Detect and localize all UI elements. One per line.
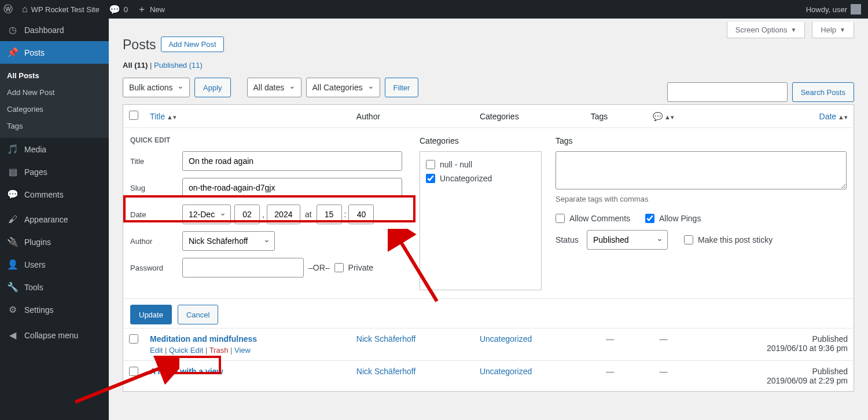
wrench-icon: 🔧: [7, 282, 19, 293]
post-title-link[interactable]: A room with a view: [150, 367, 223, 376]
menu-media[interactable]: 🎵Media: [0, 138, 109, 160]
author-link[interactable]: Nick Schäferhoff: [356, 334, 415, 344]
qe-private-checkbox[interactable]: [334, 263, 344, 272]
qe-title-input[interactable]: [182, 151, 402, 171]
menu-tools[interactable]: 🔧Tools: [0, 276, 109, 298]
add-new-post-button[interactable]: Add New Post: [161, 36, 223, 52]
cancel-button[interactable]: Cancel: [178, 305, 218, 324]
dashboard-icon: ◷: [7, 24, 19, 35]
edit-link[interactable]: Edit: [150, 346, 163, 355]
site-link[interactable]: ⌂WP Rocket Test Site: [22, 4, 100, 14]
submenu-all-posts[interactable]: All Posts: [0, 67, 109, 84]
col-date[interactable]: Date▲▾: [692, 105, 854, 128]
view-published[interactable]: Published (11): [154, 61, 203, 70]
categories-select[interactable]: All Categories: [306, 78, 380, 97]
allow-comments-checkbox[interactable]: [556, 214, 565, 223]
qe-at-label: at: [305, 210, 312, 219]
my-account[interactable]: Howdy, user: [806, 4, 861, 14]
allow-pings-checkbox[interactable]: [645, 214, 654, 223]
menu-plugins[interactable]: 🔌Plugins: [0, 231, 109, 253]
qe-status-label: Status: [556, 235, 582, 244]
row-checkbox[interactable]: [129, 334, 138, 344]
qe-categories-box: null - null Uncategorized: [420, 151, 542, 290]
menu-pages[interactable]: ▤Pages: [0, 160, 109, 183]
search-input[interactable]: [667, 82, 788, 102]
category-link[interactable]: Uncategorized: [480, 367, 532, 376]
menu-comments[interactable]: 💬Comments: [0, 183, 109, 206]
comment-count: 0: [124, 5, 128, 14]
qe-tags-header: Tags: [556, 136, 847, 145]
menu-dashboard[interactable]: ◷Dashboard: [0, 19, 109, 41]
comments-cell: —: [635, 328, 692, 361]
update-button[interactable]: Update: [130, 305, 172, 324]
table-row: A room with a view Nick Schäferhoff Unca…: [123, 361, 854, 392]
page-title: Posts: [123, 22, 156, 53]
qe-author-select[interactable]: Nick Schäferhoff: [182, 231, 275, 251]
howdy-text: Howdy, user: [806, 5, 847, 14]
comment-icon: 💬: [109, 4, 120, 15]
submenu-add-new[interactable]: Add New Post: [0, 84, 109, 101]
cat-null-checkbox[interactable]: [426, 160, 435, 169]
view-filters: All (11) | Published (11): [123, 61, 854, 70]
col-categories[interactable]: Categories: [474, 105, 585, 128]
wp-logo[interactable]: ⓦ: [3, 3, 13, 16]
quick-edit-row: QUICK EDIT Title Slug Date: [123, 128, 854, 328]
quick-edit-header: QUICK EDIT: [130, 136, 406, 144]
qe-slug-input[interactable]: [182, 178, 402, 198]
qe-slug-label: Slug: [130, 184, 182, 192]
submenu-categories[interactable]: Categories: [0, 101, 109, 118]
tags-cell: —: [585, 328, 635, 361]
qe-minute-input[interactable]: [348, 204, 374, 224]
menu-settings[interactable]: ⚙Settings: [0, 298, 109, 321]
comments-cell: —: [635, 361, 692, 392]
qe-tags-textarea[interactable]: [556, 151, 847, 189]
filter-button[interactable]: Filter: [385, 78, 419, 97]
qe-month-select[interactable]: 12-Dec: [182, 204, 231, 224]
qe-password-input[interactable]: [182, 258, 304, 277]
status-text: Published: [698, 367, 848, 376]
new-content-link[interactable]: ＋New: [137, 3, 165, 16]
qe-hour-input[interactable]: [317, 204, 342, 224]
plug-icon: 🔌: [7, 236, 19, 247]
menu-users[interactable]: 👤Users: [0, 253, 109, 276]
qe-day-input[interactable]: [234, 204, 260, 224]
dates-select[interactable]: All dates: [247, 78, 301, 97]
cat-uncategorized-checkbox[interactable]: [426, 174, 435, 183]
apply-button[interactable]: Apply: [194, 78, 231, 97]
status-text: Published: [698, 334, 848, 344]
author-link[interactable]: Nick Schäferhoff: [356, 367, 415, 376]
caret-down-icon: ▼: [840, 27, 845, 33]
quick-edit-link[interactable]: Quick Edit: [169, 346, 203, 355]
collapse-menu[interactable]: ◀Collapse menu: [0, 324, 109, 346]
comments-link[interactable]: 💬0: [109, 4, 128, 15]
comments-icon: 💬: [7, 189, 19, 200]
menu-appearance[interactable]: 🖌Appearance: [0, 209, 109, 231]
sticky-checkbox[interactable]: [684, 235, 693, 244]
date-text: 2019/06/10 at 9:36 pm: [698, 344, 848, 353]
caret-down-icon: ▼: [790, 27, 796, 33]
trash-link[interactable]: Trash: [209, 346, 229, 355]
site-title: WP Rocket Test Site: [31, 5, 100, 14]
help-tab[interactable]: Help▼: [812, 22, 854, 38]
col-author[interactable]: Author: [351, 105, 474, 128]
home-icon: ⌂: [22, 4, 28, 14]
menu-posts[interactable]: 📌Posts: [0, 41, 109, 64]
bulk-actions-select[interactable]: Bulk actions: [123, 78, 190, 97]
plus-icon: ＋: [137, 3, 146, 16]
comment-icon: 💬: [653, 112, 663, 121]
view-link[interactable]: View: [234, 346, 251, 355]
qe-status-select[interactable]: Published: [587, 230, 668, 250]
qe-year-input[interactable]: [267, 204, 300, 224]
screen-options-tab[interactable]: Screen Options▼: [727, 22, 806, 38]
col-title[interactable]: Title▲▾: [144, 105, 351, 128]
col-tags[interactable]: Tags: [585, 105, 635, 128]
date-text: 2019/06/09 at 2:29 pm: [698, 376, 848, 385]
search-posts-button[interactable]: Search Posts: [792, 82, 854, 102]
new-label: New: [150, 5, 165, 14]
post-title-link[interactable]: Meditation and mindfulness: [150, 334, 257, 344]
col-comments[interactable]: 💬▲▾: [635, 105, 692, 128]
submenu-tags[interactable]: Tags: [0, 118, 109, 134]
row-checkbox[interactable]: [129, 367, 138, 376]
category-link[interactable]: Uncategorized: [480, 334, 532, 344]
select-all-checkbox[interactable]: [129, 111, 138, 120]
